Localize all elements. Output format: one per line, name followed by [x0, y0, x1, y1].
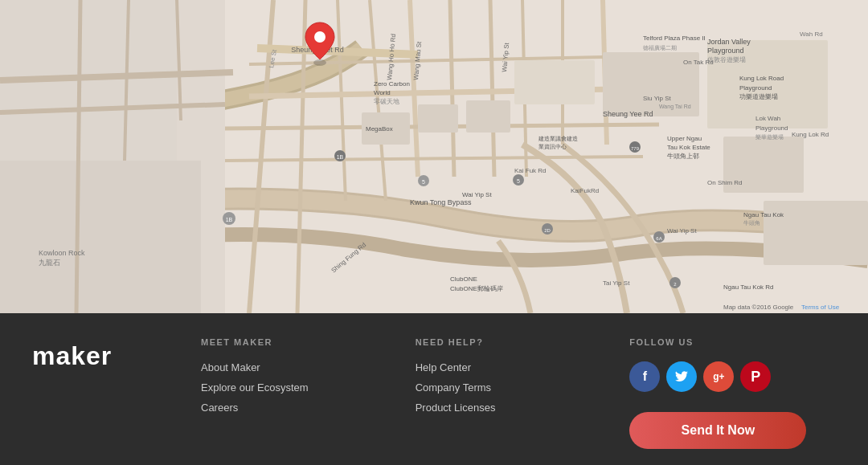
svg-text:Upper Ngau: Upper Ngau: [667, 135, 702, 142]
svg-text:Ngau Tau Kok Rd: Ngau Tau Kok Rd: [723, 283, 774, 291]
svg-text:建造業議會建造: 建造業議會建造: [538, 136, 578, 142]
svg-text:Zero Carbon: Zero Carbon: [374, 80, 410, 88]
svg-text:ClubONE: ClubONE: [450, 275, 477, 283]
svg-text:Wang Tai Rd: Wang Tai Rd: [659, 104, 691, 110]
svg-text:Playground: Playground: [739, 84, 772, 92]
follow-us-title: FOLLOW US: [629, 337, 828, 347]
svg-rect-18: [514, 60, 595, 104]
svg-text:零碳天地: 零碳天地: [374, 98, 399, 105]
svg-text:On Shim Rd: On Shim Rd: [707, 179, 743, 186]
footer-col-meet-maker: MEET MAKER About Maker Explore our Ecosy…: [193, 337, 407, 422]
svg-rect-26: [0, 161, 201, 313]
svg-point-96: [314, 31, 326, 43]
map-section: Sheung Yuet Rd Kowloon Rock 九龍石 Wang Ho …: [0, 0, 868, 313]
pinterest-icon[interactable]: P: [740, 361, 771, 392]
svg-text:2D: 2D: [544, 228, 551, 233]
footer-logo: maker: [32, 337, 193, 371]
svg-text:Kung Lok Rd: Kung Lok Rd: [792, 131, 829, 138]
link-company-terms[interactable]: Company Terms: [416, 381, 614, 394]
svg-text:Wah Rd: Wah Rd: [800, 31, 823, 38]
svg-text:Playground: Playground: [707, 47, 744, 55]
svg-text:779: 779: [631, 146, 640, 151]
svg-text:Kwun Tong Bypass: Kwun Tong Bypass: [410, 198, 472, 206]
svg-text:KaiFukRd: KaiFukRd: [571, 187, 599, 194]
footer-col-need-help: NEED HELP? Help Center Company Terms Pro…: [407, 337, 622, 422]
link-about-maker[interactable]: About Maker: [201, 361, 399, 373]
footer: maker MEET MAKER About Maker Explore our…: [0, 313, 868, 465]
social-icons: f g+ P: [629, 361, 828, 392]
footer-col-follow: FOLLOW US f g+ P Send It Now: [621, 337, 836, 449]
svg-text:Kowloon Rock: Kowloon Rock: [39, 249, 85, 257]
svg-text:Terms of Use: Terms of Use: [801, 304, 840, 311]
link-careers[interactable]: Careers: [201, 402, 399, 414]
svg-text:Tau Kok Estate: Tau Kok Estate: [667, 144, 710, 151]
svg-text:Ngau Tau Kok: Ngau Tau Kok: [743, 211, 784, 218]
send-it-now-button[interactable]: Send It Now: [629, 412, 806, 449]
svg-text:On Tak Rd: On Tak Rd: [683, 59, 714, 66]
svg-text:MegaBox: MegaBox: [366, 125, 393, 133]
svg-rect-22: [764, 201, 868, 265]
svg-text:World: World: [374, 89, 391, 96]
svg-text:Tai Yip St: Tai Yip St: [603, 279, 630, 287]
svg-rect-17: [466, 100, 510, 133]
link-product-licenses[interactable]: Product Licenses: [416, 402, 614, 414]
meet-maker-title: MEET MAKER: [201, 337, 399, 347]
svg-rect-16: [418, 104, 458, 133]
facebook-icon[interactable]: f: [629, 361, 660, 392]
svg-point-95: [313, 59, 326, 66]
svg-text:Kai Fuk Rd: Kai Fuk Rd: [514, 167, 547, 174]
need-help-title: NEED HELP?: [416, 337, 614, 347]
svg-text:九龍石: 九龍石: [39, 259, 60, 267]
svg-text:6A: 6A: [656, 236, 661, 241]
svg-text:Lok Wah: Lok Wah: [755, 115, 780, 122]
svg-text:Map data ©2016 Google: Map data ©2016 Google: [723, 304, 794, 311]
svg-text:Siu Yip St: Siu Yip St: [643, 95, 671, 102]
svg-text:牛頭角: 牛頭角: [743, 220, 760, 226]
logo-text: maker: [32, 341, 112, 370]
svg-text:Kung Lok Road: Kung Lok Road: [739, 75, 784, 82]
svg-text:1B: 1B: [337, 154, 344, 160]
svg-text:Wai Yip St: Wai Yip St: [667, 227, 697, 235]
svg-text:德福廣場二期: 德福廣場二期: [643, 45, 677, 51]
svg-text:業資訊中心: 業資訊中心: [538, 144, 567, 150]
svg-text:牛頭角上邨: 牛頭角上邨: [667, 153, 699, 160]
svg-text:1B: 1B: [226, 217, 233, 222]
svg-text:Jordan Valley: Jordan Valley: [707, 38, 751, 46]
svg-text:Sheung Yee Rd: Sheung Yee Rd: [603, 110, 653, 118]
link-ecosystem[interactable]: Explore our Ecosystem: [201, 381, 399, 394]
svg-text:Playground: Playground: [755, 124, 788, 132]
svg-text:ClubONE郵輪碼岸: ClubONE郵輪碼岸: [450, 285, 503, 292]
svg-text:樂華遊樂場: 樂華遊樂場: [755, 134, 784, 141]
svg-text:5: 5: [422, 179, 425, 185]
svg-text:Wai Yip St: Wai Yip St: [462, 191, 492, 198]
twitter-icon[interactable]: [666, 361, 697, 392]
link-help-center[interactable]: Help Center: [416, 361, 614, 373]
svg-text:Telford Plaza Phase II: Telford Plaza Phase II: [643, 35, 706, 42]
svg-text:5: 5: [517, 178, 520, 184]
google-plus-icon[interactable]: g+: [703, 361, 734, 392]
svg-text:功樂道遊樂場: 功樂道遊樂場: [739, 93, 778, 100]
